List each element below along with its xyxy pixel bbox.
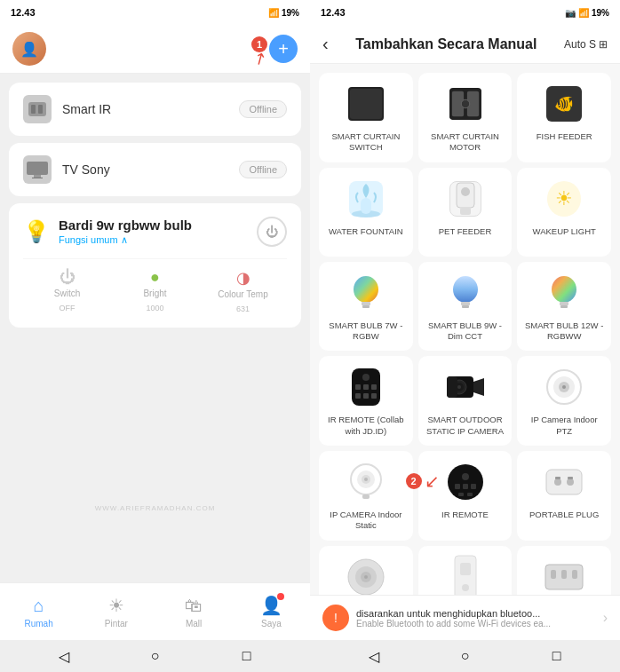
svg-rect-39 xyxy=(447,376,457,398)
svg-rect-14 xyxy=(361,198,371,214)
bright-control[interactable]: ● Bright 1000 xyxy=(111,268,199,315)
pet-feeder-label: PET FEEDER xyxy=(439,226,491,237)
svg-rect-60 xyxy=(568,477,573,479)
grid-row-1: SMART CURTAIN SWITCH SMART CURTAIN MOTOR xyxy=(319,73,611,162)
ip-ptz-item[interactable]: IP Camera Indoor PTZ xyxy=(517,356,611,446)
tv-sony-card[interactable]: TV Sony Offline xyxy=(9,143,301,196)
right-status-icons: 📷 📶 19% xyxy=(565,8,609,18)
bluetooth-bar[interactable]: ! disarankan untuk menghidupkan bluetoo.… xyxy=(310,595,620,640)
pet-feeder-item[interactable]: PET FEEDER xyxy=(418,168,513,257)
curtain-motor-label: SMART CURTAIN MOTOR xyxy=(424,131,507,154)
right-header: ‹ Tambahkan Secara Manual Auto S ⊞ xyxy=(310,25,620,64)
back-sys-btn[interactable]: ◁ xyxy=(53,645,75,667)
smart-ir-card[interactable]: Smart IR Offline xyxy=(9,83,301,136)
ip-static-label: IP CAMERA Indoor Static xyxy=(324,510,408,532)
ir-remote2-item[interactable]: IR REMOTE xyxy=(418,451,513,541)
recents-sys-right-btn[interactable]: □ xyxy=(546,645,568,667)
svg-point-49 xyxy=(448,464,483,500)
switch-control[interactable]: ⏻ Switch OFF xyxy=(23,268,111,315)
svg-point-47 xyxy=(364,478,368,481)
bottom-nav: ⌂ Rumah ☀ Pintar 🛍 Mall 👤 Saya xyxy=(0,582,310,640)
switch-label: Switch xyxy=(23,289,111,298)
smart-curtain-motor-item[interactable]: SMART CURTAIN MOTOR xyxy=(418,73,513,162)
recents-sys-btn[interactable]: □ xyxy=(236,645,258,667)
grid-row-6 xyxy=(319,546,611,595)
svg-rect-22 xyxy=(461,302,470,305)
smart-bulb-7w-item[interactable]: SMART BULB 7W - RGBW xyxy=(319,262,413,352)
smart-bulb-12w-item[interactable]: SMART BULB 12W - RGBWW xyxy=(517,262,611,352)
auto-scan[interactable]: Auto S ⊞ xyxy=(564,38,608,51)
right-panel: 12.43 📷 📶 19% ‹ Tambahkan Secara Manual … xyxy=(310,0,620,672)
svg-rect-23 xyxy=(462,305,469,308)
arrow-2-icon: ↙ xyxy=(425,470,440,492)
back-sys-right-btn[interactable]: ◁ xyxy=(363,645,385,667)
outdoor-cam-item[interactable]: SMART OUTDOOR STATIC IP CAMERA xyxy=(418,356,513,446)
fish-feeder-label: FISH FEEDER xyxy=(537,131,592,142)
avatar[interactable]: 👤 xyxy=(12,32,46,66)
svg-rect-71 xyxy=(572,570,577,579)
ip-static-item[interactable]: IP CAMERA Indoor Static 2 ↙ xyxy=(319,451,413,541)
bluetooth-sub-text: Enable Bluetooth to add some Wi-Fi devic… xyxy=(356,619,596,629)
svg-rect-1 xyxy=(31,105,36,114)
wakeup-light-item[interactable]: ☀ WAKEUP LIGHT xyxy=(517,168,611,257)
nav-saya[interactable]: 👤 Saya xyxy=(233,595,310,629)
nav-pintar-label: Pintar xyxy=(105,619,128,629)
nav-rumah[interactable]: ⌂ Rumah xyxy=(0,596,77,629)
colour-temp-value: 631 xyxy=(236,304,250,313)
home-sys-right-btn[interactable]: ○ xyxy=(455,645,476,667)
left-status-icons: 📶 19% xyxy=(268,8,299,18)
svg-point-67 xyxy=(462,584,469,591)
home-icon: ⌂ xyxy=(34,596,44,616)
wakeup-light-label: WAKEUP LIGHT xyxy=(533,226,596,237)
svg-rect-16 xyxy=(460,208,471,215)
add-device-button[interactable]: + xyxy=(269,35,298,63)
svg-rect-54 xyxy=(458,493,464,496)
annotation-2: 2 ↙ xyxy=(406,470,440,492)
speaker-icon xyxy=(344,555,388,595)
water-fountain-icon xyxy=(344,177,388,221)
page-title: Tambahkan Secara Manual xyxy=(338,36,555,52)
fish-feeder-item[interactable]: 🐠 FISH FEEDER xyxy=(517,73,611,162)
portable-plug-icon xyxy=(542,460,586,504)
water-fountain-item[interactable]: WATER FOUNTAIN xyxy=(319,168,413,257)
water-fountain-label: WATER FOUNTAIN xyxy=(329,226,403,237)
speaker-item[interactable] xyxy=(319,546,413,595)
smart-bulb-9w-item[interactable]: SMART BULB 9W - Dim CCT xyxy=(418,262,513,352)
svg-rect-55 xyxy=(467,493,473,496)
switch-value: OFF xyxy=(60,304,76,312)
bulb-power-button[interactable]: ⏻ xyxy=(257,217,287,247)
portable-plug-label: PORTABLE PLUG xyxy=(529,510,599,520)
colour-temp-control[interactable]: ◑ Colour Temp 631 xyxy=(199,268,287,315)
svg-point-50 xyxy=(462,473,469,480)
smart-curtain-switch-item[interactable]: SMART CURTAIN SWITCH xyxy=(319,73,413,162)
svg-rect-31 xyxy=(371,384,377,390)
left-time: 12.43 xyxy=(11,7,36,18)
svg-rect-5 xyxy=(32,178,43,178)
back-button[interactable]: ‹ xyxy=(322,34,329,54)
bluetooth-text: disarankan untuk menghidupkan bluetoo...… xyxy=(356,608,596,629)
portable-plug-item[interactable]: PORTABLE PLUG xyxy=(517,451,611,541)
nav-pintar[interactable]: ☀ Pintar xyxy=(77,595,155,629)
grid-row-3: SMART BULB 7W - RGBW xyxy=(319,262,611,352)
svg-rect-6 xyxy=(349,88,383,120)
home-sys-btn[interactable]: ○ xyxy=(145,645,166,667)
ir-remote2-icon xyxy=(443,460,488,504)
svg-rect-66 xyxy=(460,563,471,575)
svg-rect-4 xyxy=(34,175,41,178)
right-status-bar: 12.43 📷 📶 19% xyxy=(310,0,620,25)
ir-remote-jd-item[interactable]: IR REMOTE (Collab with JD.ID) xyxy=(319,356,413,446)
nav-mall[interactable]: 🛍 Mall xyxy=(155,596,233,629)
outdoor-cam-label: SMART OUTDOOR STATIC IP CAMERA xyxy=(424,415,507,437)
pintar-icon: ☀ xyxy=(108,595,124,616)
svg-rect-56 xyxy=(546,470,582,494)
sensor-item[interactable] xyxy=(418,546,513,595)
fish-feeder-icon: 🐠 xyxy=(542,82,586,126)
svg-rect-48 xyxy=(362,494,370,499)
svg-rect-2 xyxy=(38,105,43,114)
pet-feeder-icon xyxy=(443,177,488,221)
socket-item[interactable] xyxy=(517,546,611,595)
bulb-sub: Fungsi umum ∧ xyxy=(59,234,192,246)
left-panel: 12.43 📶 19% 👤 + 1 ↗ xyxy=(0,0,310,672)
watermark: WWW.ARIEFRAMADHAN.COM xyxy=(95,504,216,512)
right-time: 12.43 xyxy=(321,7,346,18)
